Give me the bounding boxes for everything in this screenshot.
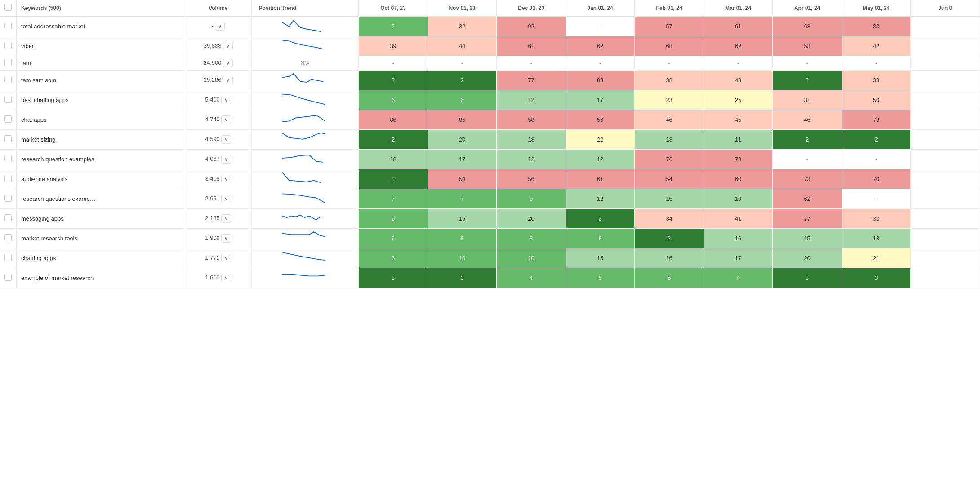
- trend-cell: [251, 16, 359, 36]
- position-cell: 62: [773, 189, 842, 209]
- position-cell: 7: [359, 189, 428, 209]
- position-cell: 76: [635, 150, 704, 169]
- position-cell: 46: [773, 110, 842, 130]
- volume-cell: 4,067 ∨: [185, 150, 251, 169]
- row-checkbox[interactable]: [4, 115, 12, 123]
- trend-chart: [280, 169, 330, 187]
- position-cell: 60: [704, 169, 773, 189]
- position-cell: 43: [704, 71, 773, 90]
- volume-cell: 2,651 ∨: [185, 189, 251, 209]
- row-checkbox[interactable]: [4, 76, 12, 83]
- position-cell: 25: [704, 90, 773, 110]
- position-cell: 61: [566, 169, 635, 189]
- volume-cell: 4,590 ∨: [185, 130, 251, 150]
- header-checkbox-col: [0, 0, 17, 16]
- header-date-1: Nov 01, 23: [428, 0, 497, 16]
- trend-cell: N/A: [251, 56, 359, 71]
- position-cell: -: [359, 56, 428, 71]
- select-all-checkbox[interactable]: [4, 4, 12, 11]
- position-cell: -: [842, 150, 911, 169]
- header-date-8: Jun 0: [911, 0, 980, 16]
- row-checkbox[interactable]: [4, 274, 12, 281]
- position-cell: 83: [566, 71, 635, 90]
- header-date-4: Feb 01, 24: [635, 0, 704, 16]
- trend-chart: [280, 90, 330, 108]
- row-checkbox[interactable]: [4, 42, 12, 49]
- row-checkbox[interactable]: [4, 96, 12, 103]
- table-row: messaging apps2,185 ∨ 91520234417733: [0, 209, 980, 229]
- volume-dropdown[interactable]: ∨: [221, 234, 231, 243]
- position-cell: 2: [773, 130, 842, 150]
- position-cell: 15: [635, 189, 704, 209]
- position-cell: 70: [842, 169, 911, 189]
- position-cell: 20: [497, 209, 566, 229]
- row-checkbox[interactable]: [4, 59, 12, 66]
- position-cell: 12: [566, 189, 635, 209]
- row-checkbox[interactable]: [4, 175, 12, 182]
- volume-dropdown[interactable]: ∨: [221, 274, 231, 282]
- volume-dropdown[interactable]: ∨: [221, 135, 231, 144]
- position-cell: 44: [428, 36, 497, 56]
- volume-dropdown[interactable]: ∨: [223, 76, 233, 84]
- header-trend: Position Trend: [251, 0, 359, 16]
- position-cell: [911, 71, 980, 90]
- volume-dropdown[interactable]: ∨: [221, 214, 231, 223]
- position-cell: 56: [566, 110, 635, 130]
- position-cell: 54: [635, 169, 704, 189]
- volume-dropdown[interactable]: ∨: [223, 59, 233, 67]
- position-cell: 17: [566, 90, 635, 110]
- position-cell: 57: [635, 16, 704, 36]
- position-cell: -: [566, 56, 635, 71]
- volume-dropdown[interactable]: ∨: [221, 195, 231, 203]
- row-checkbox[interactable]: [4, 135, 12, 142]
- position-cell: -: [842, 56, 911, 71]
- position-cell: 6: [359, 248, 428, 268]
- position-cell: 62: [704, 36, 773, 56]
- position-cell: 19: [704, 189, 773, 209]
- row-checkbox[interactable]: [4, 22, 12, 29]
- position-cell: 23: [635, 90, 704, 110]
- keyword-cell: chat apps: [17, 110, 185, 130]
- volume-dropdown[interactable]: ∨: [221, 96, 231, 104]
- position-cell: [911, 90, 980, 110]
- row-checkbox[interactable]: [4, 214, 12, 221]
- position-cell: 85: [428, 110, 497, 130]
- position-cell: 7: [359, 16, 428, 36]
- header-date-3: Jan 01, 24: [566, 0, 635, 16]
- header-date-7: May 01, 24: [842, 0, 911, 16]
- volume-dropdown[interactable]: ∨: [221, 155, 231, 164]
- keyword-cell: example of market research: [17, 268, 185, 288]
- position-cell: [911, 209, 980, 229]
- position-cell: 8: [428, 229, 497, 248]
- position-cell: 53: [773, 36, 842, 56]
- table-row: audience analysis3,408 ∨ 254566154607370: [0, 169, 980, 189]
- position-cell: -: [704, 56, 773, 71]
- trend-cell: [251, 150, 359, 169]
- trend-cell: [251, 169, 359, 189]
- position-cell: 17: [704, 248, 773, 268]
- header-date-5: Mar 01, 24: [704, 0, 773, 16]
- volume-dropdown[interactable]: ∨: [223, 42, 233, 50]
- trend-chart: [280, 71, 330, 89]
- keyword-cell: market research tools: [17, 229, 185, 248]
- position-cell: -: [497, 56, 566, 71]
- volume-dropdown[interactable]: ∨: [221, 254, 231, 262]
- volume-dropdown[interactable]: ∨: [215, 22, 225, 31]
- row-checkbox[interactable]: [4, 195, 12, 202]
- trend-chart: [280, 248, 330, 266]
- row-checkbox[interactable]: [4, 254, 12, 261]
- volume-dropdown[interactable]: ∨: [221, 175, 231, 183]
- trend-cell: [251, 130, 359, 150]
- row-checkbox[interactable]: [4, 234, 12, 241]
- volume-dropdown[interactable]: ∨: [221, 115, 231, 124]
- position-cell: 33: [842, 209, 911, 229]
- position-cell: 10: [497, 248, 566, 268]
- trend-cell: [251, 229, 359, 248]
- position-cell: 10: [428, 248, 497, 268]
- table-row: chat apps4,740 ∨ 8685585646454673: [0, 110, 980, 130]
- row-checkbox[interactable]: [4, 155, 12, 162]
- position-cell: [911, 169, 980, 189]
- trend-cell: [251, 209, 359, 229]
- keywords-table: Keywords (500) Volume Position Trend Oct…: [0, 0, 980, 288]
- trend-chart: [280, 189, 330, 207]
